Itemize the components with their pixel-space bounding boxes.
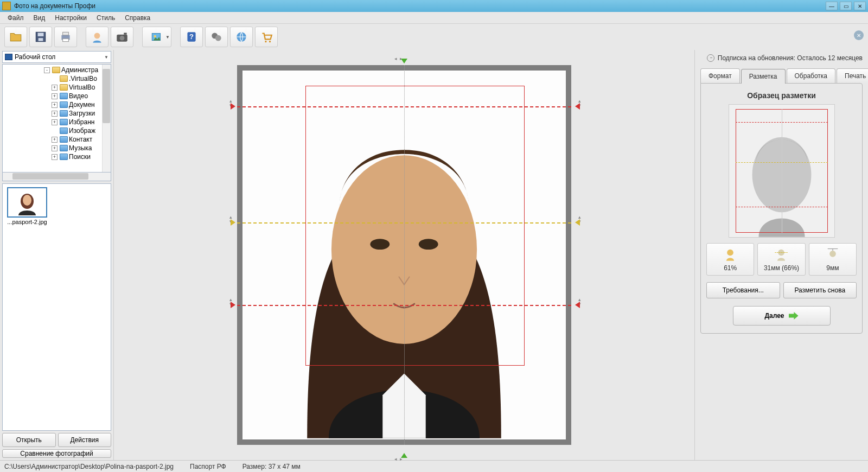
tab-print[interactable]: Печать (837, 68, 868, 83)
close-button[interactable]: ✕ (854, 2, 866, 10)
open-folder-button[interactable] (4, 27, 27, 47)
source-photo (242, 71, 566, 439)
guide-handle-right-eyes[interactable] (575, 219, 580, 226)
guide-handle-left-chin[interactable] (231, 302, 235, 308)
menu-view[interactable]: Вид (29, 13, 50, 23)
video-button[interactable] (205, 27, 228, 47)
menu-help[interactable]: Справка (120, 13, 155, 23)
expand-icon[interactable]: - (44, 67, 50, 73)
tree-node[interactable]: -Администра (4, 66, 110, 74)
subscription-text: Подписка на обновления: Осталось 12 меся… (718, 54, 863, 62)
tree-node-label: Видео (69, 92, 88, 100)
compare-photos-button[interactable]: Сравнение фотографий (2, 449, 111, 458)
open-button[interactable]: Открыть (2, 433, 56, 447)
expand-icon[interactable]: + (52, 119, 58, 125)
svg-point-25 (419, 239, 438, 250)
svg-rect-5 (63, 39, 69, 41)
expand-icon[interactable]: + (52, 137, 58, 143)
tree-node-label: Администра (61, 66, 98, 74)
metric-value: 9мм (826, 264, 839, 272)
folder-icon (60, 154, 68, 160)
tree-node[interactable]: +Избранн (4, 118, 110, 126)
guide-handle-left-eyes[interactable] (231, 219, 235, 226)
web-button[interactable] (230, 27, 253, 47)
folder-icon (60, 110, 68, 117)
thumbnail-panel: ...pasport-2.jpg (2, 183, 111, 431)
guide-handle-right-chin[interactable] (575, 302, 580, 308)
tree-node[interactable]: Изображ (4, 126, 110, 135)
menubar: Файл Вид Настройки Стиль Справка (0, 12, 868, 24)
tree-node[interactable]: +Загрузки (4, 109, 110, 118)
actions-button[interactable]: Действия (58, 433, 112, 447)
metric-top-margin: 9мм (809, 243, 857, 276)
tree-scrollbar-h[interactable] (2, 173, 111, 181)
main-area: Рабочий стол ▼ -Администра.VirtualBo+Vir… (0, 50, 868, 460)
right-panel: Подписка на обновления: Осталось 12 меся… (694, 50, 868, 460)
expand-icon[interactable]: + (52, 93, 58, 99)
guide-handle-left-top[interactable] (231, 103, 235, 110)
thumbnail-item[interactable]: ...pasport-2.jpg (6, 187, 48, 225)
sample-title: Образец разметки (706, 91, 857, 100)
expand-icon[interactable]: + (52, 111, 58, 117)
tree-node[interactable]: +Музыка (4, 144, 110, 152)
maximize-button[interactable]: ▭ (840, 2, 852, 10)
tree-node[interactable]: +Видео (4, 92, 110, 100)
tree-node[interactable]: +Докумен (4, 100, 110, 109)
expand-icon[interactable]: + (52, 102, 58, 108)
sidebar-buttons: Открыть Действия Сравнение фотографий (2, 433, 111, 458)
tab-processing[interactable]: Обработка (787, 68, 836, 83)
panel-body: Образец разметки 61% (700, 83, 863, 334)
remark-button[interactable]: Разметить снова (783, 282, 857, 298)
location-dropdown[interactable]: Рабочий стол ▼ (2, 51, 111, 63)
expand-icon[interactable]: + (52, 154, 58, 160)
toolbar: ▼ ? ✕ (0, 24, 868, 50)
svg-point-24 (370, 239, 390, 250)
window-title: Фото на документы Профи (14, 2, 826, 10)
tree-node[interactable]: .VirtualBo (4, 74, 110, 83)
folder-icon (60, 145, 68, 151)
camera-button[interactable] (111, 27, 133, 47)
location-label: Рабочий стол (15, 53, 55, 61)
effects-button[interactable]: ▼ (142, 27, 171, 47)
tab-format[interactable]: Формат (700, 68, 740, 83)
svg-point-23 (331, 155, 477, 344)
panel-buttons: Требования... Разметить снова (706, 282, 857, 298)
folder-tree[interactable]: -Администра.VirtualBo+VirtualBo+Видео+До… (2, 64, 111, 173)
requirements-button[interactable]: Требования... (706, 282, 780, 298)
tree-node-label: Докумен (69, 101, 95, 109)
sample-guide-center (782, 109, 782, 233)
tree-scrollbar-v[interactable] (102, 65, 111, 172)
hint-close-icon[interactable]: ✕ (854, 30, 864, 40)
statusbar: C:\Users\Администратор\Desktop\Polina-na… (0, 460, 868, 472)
tree-node[interactable]: +VirtualBo (4, 83, 110, 92)
photo-canvas[interactable] (237, 65, 571, 445)
expand-icon[interactable]: + (52, 85, 58, 91)
face-detect-button[interactable] (86, 27, 108, 47)
crop-handle-top[interactable] (401, 59, 407, 63)
svg-point-31 (829, 251, 836, 257)
menu-file[interactable]: Файл (3, 13, 28, 23)
svg-point-11 (154, 35, 156, 37)
help-button[interactable]: ? (180, 27, 203, 47)
save-button[interactable] (29, 27, 52, 47)
status-doc-type: Паспорт РФ (190, 463, 226, 470)
print-button[interactable] (54, 27, 77, 47)
svg-rect-1 (38, 33, 44, 36)
folder-icon (60, 101, 68, 108)
tree-node[interactable]: +Контакт (4, 135, 110, 144)
folder-icon (52, 67, 60, 73)
menu-style[interactable]: Стиль (92, 13, 119, 23)
menu-settings[interactable]: Настройки (50, 13, 91, 23)
minimize-button[interactable]: — (826, 2, 838, 10)
expand-icon[interactable]: + (52, 145, 58, 151)
cart-button[interactable] (255, 27, 278, 47)
tree-node-label: VirtualBo (69, 84, 95, 91)
guide-handle-right-top[interactable] (575, 103, 580, 110)
tab-markup[interactable]: Разметка (741, 69, 786, 84)
subscription-status: Подписка на обновления: Осталось 12 меся… (700, 54, 863, 62)
svg-point-15 (215, 35, 221, 41)
next-button[interactable]: Далее (733, 306, 831, 326)
tree-node[interactable]: +Поиски (4, 152, 110, 161)
svg-point-21 (23, 195, 31, 206)
svg-point-6 (94, 33, 100, 39)
